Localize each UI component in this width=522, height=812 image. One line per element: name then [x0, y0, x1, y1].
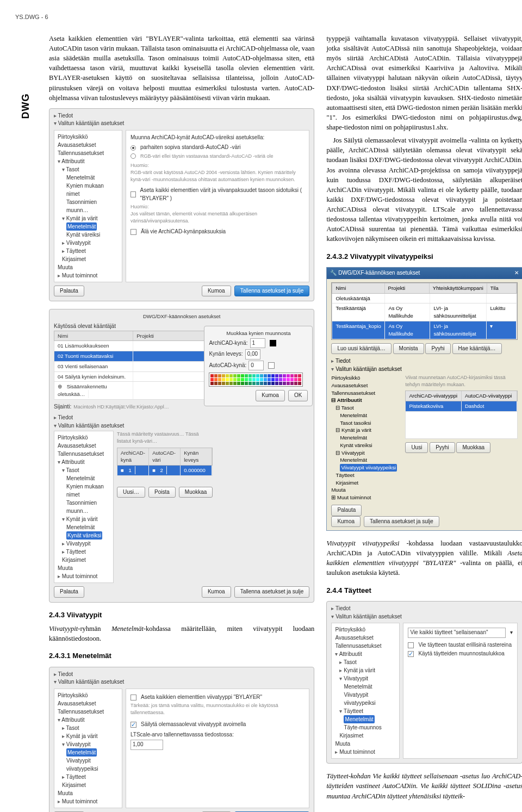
screenshot-linetype-methods: Tiedot Valitun kääntäjän asetukset Piirt… [49, 667, 314, 812]
tallenna-button-2[interactable]: Tallenna asetukset ja sulje [234, 586, 310, 598]
chk-fill-bg[interactable] [408, 642, 414, 648]
radio-standard-color[interactable] [130, 145, 136, 151]
section-tiedot[interactable]: Tiedot [54, 112, 309, 120]
pyyhi-button[interactable]: Pyyhi [425, 343, 450, 355]
pen-width-input[interactable]: 0,00 [245, 349, 260, 359]
hae-button[interactable]: Hae kääntäjä… [452, 343, 502, 355]
body-text: tyyppejä vaihtamalla kuvatason viivatyyp… [326, 34, 522, 132]
kumoa-button-2[interactable]: Kumoa [202, 586, 231, 598]
heading-2432: 2.4.3.2 Viivatyypit viivatyypeiksi [326, 252, 522, 262]
tallenna-button-4[interactable]: Tallenna asetukset ja sulje [364, 516, 439, 528]
luo-button[interactable]: Luo uusi kääntäjä… [331, 343, 391, 355]
popup-pen-edit: Muokkaa kynien muunnosta ArchiCAD-kynä:1… [204, 326, 313, 406]
monista-button[interactable]: Monista [393, 343, 424, 355]
settings-tree[interactable]: Piirtoyksikkö Avausasetukset Tallennusas… [54, 130, 122, 282]
left-column: Aseta kaikkien elementtien väri "BYLAYER… [49, 34, 314, 812]
uusi-button-4[interactable]: Uusi [405, 442, 428, 454]
uusi-button[interactable]: Uusi… [117, 487, 145, 498]
pyyhi-button-4[interactable]: Pyyhi [430, 442, 455, 454]
muokkaa-button-4[interactable]: Muokkaa [456, 442, 490, 454]
chk-keep-linetypes[interactable] [130, 722, 136, 728]
tallenna-button[interactable]: Tallenna asetukset ja sulje [234, 286, 310, 297]
muokkaa-button[interactable]: Muokkaa [179, 487, 213, 498]
screenshot-linetype-mapping: 🔧 DWG/DXF-käännöksen asetukset✕ NimiProj… [326, 267, 522, 531]
palauta-button-2[interactable]: Palauta [54, 586, 84, 598]
close-icon[interactable]: ✕ [514, 269, 519, 277]
dwg-side-tab: DWG [18, 93, 33, 119]
heading-244: 2.4.4 Täytteet [326, 586, 522, 596]
chk-no-penwidth[interactable] [130, 229, 136, 235]
screenshot-color-settings: Tiedot Valitun kääntäjän asetukset Piirt… [49, 108, 314, 302]
body-text: Viivatyypit-ryhmän Menetelmät-kohdassa m… [49, 624, 314, 643]
ok-popup-button[interactable]: OK [288, 390, 308, 401]
settings-pane: Muunna ArchiCAD-kynät AutoCAD-väreiksi a… [126, 130, 309, 282]
body-text: Aseta kaikkien elementtien väri "BYLAYER… [49, 34, 314, 103]
right-column: tyyppejä vaihtamalla kuvatason viivatyyp… [326, 34, 522, 812]
caption-4: Täytteet-kohdan Vie kaikki täytteet sell… [326, 771, 522, 801]
fill-select[interactable]: Vie kaikki täytteet "sellaisenaan" [408, 628, 506, 638]
poista-button[interactable]: Poista [148, 487, 176, 498]
autocad-pen-input[interactable]: 0 [248, 361, 264, 371]
kumoa-popup-button[interactable]: Kumoa [256, 390, 285, 401]
radio-rgb-color[interactable] [130, 153, 136, 159]
kumoa-button-4[interactable]: Kumoa [331, 516, 361, 528]
heading-2431: 2.4.3.1 Menetelmät [49, 651, 314, 661]
chk-linetype-bylayer[interactable] [130, 695, 136, 701]
palauta-button-4[interactable]: Palauta [331, 505, 362, 516]
screenshot-pen-conversion: DWG/DXF-käännöksen asetukset Käytössä ol… [49, 309, 314, 603]
screenshot-fills: Tiedot Valitun kääntäjän asetukset Piirt… [326, 601, 522, 764]
palauta-button[interactable]: Palauta [54, 286, 84, 297]
kumoa-button[interactable]: Kumoa [202, 286, 231, 297]
chk-bylayer[interactable] [130, 191, 136, 197]
chk-fill-table[interactable] [408, 651, 414, 657]
body-text: Jos Säilytä olemassaolevat viivatyypit a… [326, 135, 522, 244]
section-valitun[interactable]: Valitun kääntäjän asetukset [54, 120, 309, 128]
body-text: Viivatyypit viivatyypeiksi -kohdassa luo… [326, 538, 522, 578]
ltscale-input[interactable]: 1,00 [130, 740, 163, 750]
page-header: YS.DWG - 6 [15, 13, 507, 22]
color-swatches[interactable] [209, 373, 303, 387]
archicad-pen-input[interactable]: 1 [250, 338, 265, 349]
heading-243: 2.4.3 Viivatyypit [49, 610, 314, 621]
